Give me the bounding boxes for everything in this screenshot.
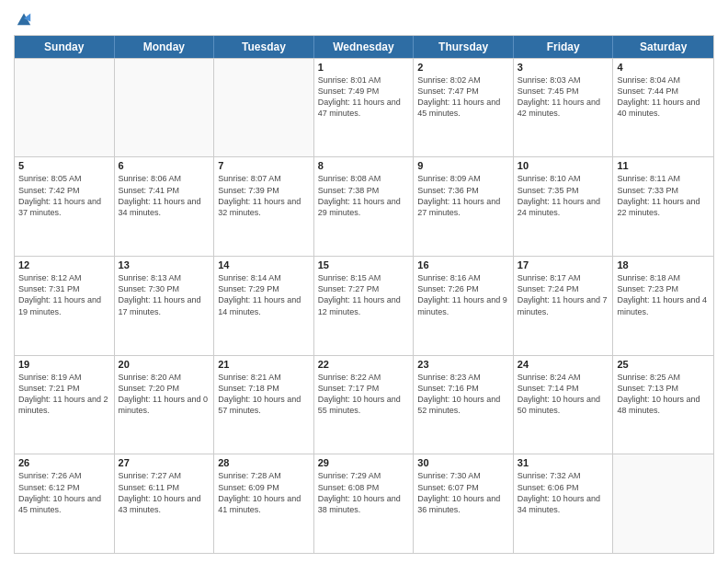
day-cell-17: 17Sunrise: 8:17 AM Sunset: 7:24 PM Dayli…	[514, 257, 614, 355]
day-cell-11: 11Sunrise: 8:11 AM Sunset: 7:33 PM Dayli…	[613, 157, 713, 256]
header-day-friday: Friday	[514, 36, 614, 58]
day-number: 15	[318, 259, 410, 270]
day-cell-19: 19Sunrise: 8:19 AM Sunset: 7:21 PM Dayli…	[15, 356, 115, 454]
week-row-1: 1Sunrise: 8:01 AM Sunset: 7:49 PM Daylig…	[15, 58, 713, 157]
week-row-5: 26Sunrise: 7:26 AM Sunset: 6:12 PM Dayli…	[15, 454, 713, 553]
calendar-page: SundayMondayTuesdayWednesdayThursdayFrid…	[0, 0, 728, 563]
day-info: Sunrise: 7:32 AM Sunset: 6:06 PM Dayligh…	[518, 470, 609, 515]
day-info: Sunrise: 8:13 AM Sunset: 7:30 PM Dayligh…	[119, 272, 210, 317]
day-info: Sunrise: 8:17 AM Sunset: 7:24 PM Dayligh…	[518, 272, 609, 317]
day-number: 13	[119, 259, 210, 270]
day-number: 22	[318, 359, 410, 370]
day-number: 11	[617, 160, 710, 171]
calendar-body: 1Sunrise: 8:01 AM Sunset: 7:49 PM Daylig…	[15, 58, 713, 553]
day-number: 8	[318, 160, 410, 171]
day-cell-4: 4Sunrise: 8:04 AM Sunset: 7:44 PM Daylig…	[613, 59, 713, 157]
day-number: 25	[617, 359, 710, 370]
day-cell-24: 24Sunrise: 8:24 AM Sunset: 7:14 PM Dayli…	[514, 356, 614, 454]
day-info: Sunrise: 8:19 AM Sunset: 7:21 PM Dayligh…	[18, 372, 110, 417]
day-number: 9	[417, 160, 509, 171]
day-cell-27: 27Sunrise: 7:27 AM Sunset: 6:11 PM Dayli…	[115, 454, 215, 553]
header-day-thursday: Thursday	[414, 36, 514, 58]
day-cell-14: 14Sunrise: 8:14 AM Sunset: 7:29 PM Dayli…	[214, 257, 314, 355]
calendar-header: SundayMondayTuesdayWednesdayThursdayFrid…	[15, 36, 713, 58]
day-info: Sunrise: 8:03 AM Sunset: 7:45 PM Dayligh…	[518, 75, 609, 120]
logo	[14, 9, 32, 28]
day-number: 6	[119, 160, 210, 171]
day-info: Sunrise: 8:09 AM Sunset: 7:36 PM Dayligh…	[417, 173, 509, 218]
day-number: 23	[417, 359, 509, 370]
day-cell-empty	[214, 59, 314, 157]
day-cell-10: 10Sunrise: 8:10 AM Sunset: 7:35 PM Dayli…	[514, 157, 614, 256]
day-cell-7: 7Sunrise: 8:07 AM Sunset: 7:39 PM Daylig…	[214, 157, 314, 256]
day-number: 5	[18, 160, 110, 171]
day-cell-31: 31Sunrise: 7:32 AM Sunset: 6:06 PM Dayli…	[514, 454, 614, 553]
day-cell-28: 28Sunrise: 7:28 AM Sunset: 6:09 PM Dayli…	[214, 454, 314, 553]
day-cell-3: 3Sunrise: 8:03 AM Sunset: 7:45 PM Daylig…	[514, 59, 614, 157]
day-info: Sunrise: 8:14 AM Sunset: 7:29 PM Dayligh…	[218, 272, 310, 317]
day-cell-26: 26Sunrise: 7:26 AM Sunset: 6:12 PM Dayli…	[15, 454, 115, 553]
day-number: 14	[218, 259, 310, 270]
day-number: 19	[18, 359, 110, 370]
day-cell-20: 20Sunrise: 8:20 AM Sunset: 7:20 PM Dayli…	[115, 356, 215, 454]
day-info: Sunrise: 7:26 AM Sunset: 6:12 PM Dayligh…	[18, 470, 110, 515]
day-info: Sunrise: 8:06 AM Sunset: 7:41 PM Dayligh…	[119, 173, 210, 218]
day-info: Sunrise: 8:05 AM Sunset: 7:42 PM Dayligh…	[18, 173, 110, 218]
day-number: 27	[119, 457, 210, 468]
day-number: 28	[218, 457, 310, 468]
day-info: Sunrise: 8:16 AM Sunset: 7:26 PM Dayligh…	[417, 272, 509, 317]
day-cell-25: 25Sunrise: 8:25 AM Sunset: 7:13 PM Dayli…	[613, 356, 713, 454]
week-row-3: 12Sunrise: 8:12 AM Sunset: 7:31 PM Dayli…	[15, 256, 713, 355]
week-row-2: 5Sunrise: 8:05 AM Sunset: 7:42 PM Daylig…	[15, 156, 713, 256]
day-number: 2	[417, 62, 509, 73]
day-cell-9: 9Sunrise: 8:09 AM Sunset: 7:36 PM Daylig…	[414, 157, 514, 256]
day-cell-1: 1Sunrise: 8:01 AM Sunset: 7:49 PM Daylig…	[314, 59, 415, 157]
day-number: 12	[18, 259, 110, 270]
day-info: Sunrise: 7:30 AM Sunset: 6:07 PM Dayligh…	[417, 470, 509, 515]
day-info: Sunrise: 8:08 AM Sunset: 7:38 PM Dayligh…	[318, 173, 410, 218]
day-number: 4	[617, 62, 710, 73]
day-info: Sunrise: 8:21 AM Sunset: 7:18 PM Dayligh…	[218, 372, 310, 417]
day-info: Sunrise: 8:22 AM Sunset: 7:17 PM Dayligh…	[318, 372, 410, 417]
day-cell-22: 22Sunrise: 8:22 AM Sunset: 7:17 PM Dayli…	[314, 356, 415, 454]
day-number: 29	[318, 457, 410, 468]
day-number: 3	[518, 62, 609, 73]
day-number: 30	[417, 457, 509, 468]
day-number: 26	[18, 457, 110, 468]
day-cell-30: 30Sunrise: 7:30 AM Sunset: 6:07 PM Dayli…	[414, 454, 514, 553]
day-number: 7	[218, 160, 310, 171]
day-number: 10	[518, 160, 609, 171]
day-info: Sunrise: 8:24 AM Sunset: 7:14 PM Dayligh…	[518, 372, 609, 417]
header-day-saturday: Saturday	[613, 36, 713, 58]
day-cell-29: 29Sunrise: 7:29 AM Sunset: 6:08 PM Dayli…	[314, 454, 415, 553]
day-cell-2: 2Sunrise: 8:02 AM Sunset: 7:47 PM Daylig…	[414, 59, 514, 157]
day-info: Sunrise: 8:02 AM Sunset: 7:47 PM Dayligh…	[417, 75, 509, 120]
day-number: 20	[119, 359, 210, 370]
day-info: Sunrise: 8:25 AM Sunset: 7:13 PM Dayligh…	[617, 372, 710, 417]
day-info: Sunrise: 8:07 AM Sunset: 7:39 PM Dayligh…	[218, 173, 310, 218]
day-number: 16	[417, 259, 509, 270]
day-info: Sunrise: 8:01 AM Sunset: 7:49 PM Dayligh…	[318, 75, 410, 120]
header-day-monday: Monday	[115, 36, 215, 58]
week-row-4: 19Sunrise: 8:19 AM Sunset: 7:21 PM Dayli…	[15, 355, 713, 454]
day-cell-12: 12Sunrise: 8:12 AM Sunset: 7:31 PM Dayli…	[15, 257, 115, 355]
day-number: 24	[518, 359, 609, 370]
header-day-wednesday: Wednesday	[314, 36, 415, 58]
day-info: Sunrise: 7:27 AM Sunset: 6:11 PM Dayligh…	[119, 470, 210, 515]
day-info: Sunrise: 7:28 AM Sunset: 6:09 PM Dayligh…	[218, 470, 310, 515]
day-info: Sunrise: 8:12 AM Sunset: 7:31 PM Dayligh…	[18, 272, 110, 317]
day-info: Sunrise: 8:15 AM Sunset: 7:27 PM Dayligh…	[318, 272, 410, 317]
day-cell-23: 23Sunrise: 8:23 AM Sunset: 7:16 PM Dayli…	[414, 356, 514, 454]
day-number: 17	[518, 259, 609, 270]
calendar: SundayMondayTuesdayWednesdayThursdayFrid…	[14, 35, 714, 554]
day-cell-5: 5Sunrise: 8:05 AM Sunset: 7:42 PM Daylig…	[15, 157, 115, 256]
day-info: Sunrise: 8:20 AM Sunset: 7:20 PM Dayligh…	[119, 372, 210, 417]
day-info: Sunrise: 8:11 AM Sunset: 7:33 PM Dayligh…	[617, 173, 710, 218]
day-cell-21: 21Sunrise: 8:21 AM Sunset: 7:18 PM Dayli…	[214, 356, 314, 454]
header-day-sunday: Sunday	[15, 36, 115, 58]
day-number: 1	[318, 62, 410, 73]
day-info: Sunrise: 8:10 AM Sunset: 7:35 PM Dayligh…	[518, 173, 609, 218]
page-header	[14, 9, 714, 28]
day-cell-16: 16Sunrise: 8:16 AM Sunset: 7:26 PM Dayli…	[414, 257, 514, 355]
day-cell-15: 15Sunrise: 8:15 AM Sunset: 7:27 PM Dayli…	[314, 257, 415, 355]
